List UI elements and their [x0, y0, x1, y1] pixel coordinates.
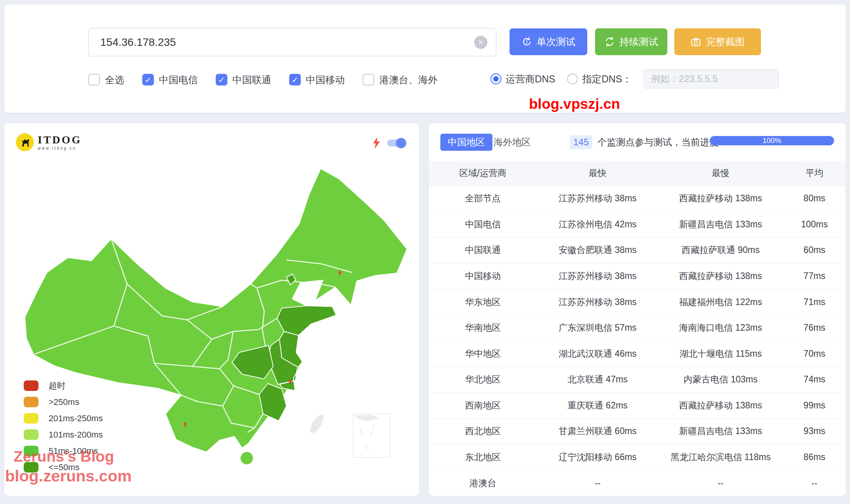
clear-input-icon[interactable]: × — [474, 36, 487, 49]
table-cell: 江苏苏州移动 38ms — [537, 270, 658, 282]
province-shandong — [277, 306, 336, 335]
map-panel: ITDOG www.itdog.cn — [4, 123, 419, 496]
legend-item: >250ms — [24, 397, 103, 407]
table-cell: 西藏拉萨移动 138ms — [658, 270, 783, 282]
legend-swatch-timeout — [24, 380, 38, 391]
table-cell: 70ms — [783, 349, 846, 359]
radio-isp-dns[interactable]: 运营商DNS — [490, 73, 555, 85]
table-cell: 71ms — [783, 297, 846, 307]
table-cell: 福建福州电信 122ms — [658, 296, 783, 308]
table-row[interactable]: 华东地区江苏苏州移动 38ms福建福州电信 122ms71ms — [429, 289, 846, 315]
table-row[interactable]: 中国联通安徽合肥联通 38ms西藏拉萨联通 90ms60ms — [429, 237, 846, 263]
checkbox-icon — [216, 74, 227, 85]
table-cell: 江苏苏州移动 38ms — [537, 296, 658, 308]
table-cell: 新疆昌吉电信 133ms — [658, 218, 783, 230]
progress-bar: 100% — [710, 136, 834, 145]
south-china-sea-inset — [353, 414, 390, 457]
table-cell: 北京联通 47ms — [537, 373, 658, 385]
table-cell: 中国电信 — [429, 218, 537, 230]
table-cell: 辽宁沈阳移动 66ms — [537, 451, 658, 463]
checkbox-label: 全选 — [105, 73, 124, 86]
checkbox-china-telecom[interactable]: 中国电信 — [142, 73, 198, 86]
table-cell: 77ms — [783, 271, 846, 281]
refresh-once-icon: 1 — [522, 37, 532, 47]
isp-checkbox-group: 全选 中国电信 中国联通 中国移动 港澳台、海外 — [88, 70, 438, 89]
checkbox-china-mobile[interactable]: 中国移动 — [289, 73, 345, 86]
checkbox-label: 中国电信 — [159, 73, 198, 86]
table-row[interactable]: 东北地区辽宁沈阳移动 66ms黑龙江哈尔滨电信 118ms86ms — [429, 445, 846, 471]
table-row[interactable]: 中国移动江苏苏州移动 38ms西藏拉萨移动 138ms77ms — [429, 263, 846, 289]
table-header-fastest: 最快 — [537, 167, 658, 179]
table-row[interactable]: 华南地区广东深圳电信 57ms海南海口电信 123ms76ms — [429, 315, 846, 341]
table-header-row: 区域/运营商 最快 最慢 平均 — [429, 161, 846, 186]
vpszj-watermark: blog.vpszj.cn — [529, 96, 620, 112]
table-row[interactable]: 西南地区重庆联通 62ms西藏拉萨移动 138ms99ms — [429, 393, 846, 419]
radio-custom-dns[interactable]: 指定DNS： — [567, 73, 632, 85]
table-cell: 76ms — [783, 323, 846, 333]
continuous-test-button[interactable]: 持续测试 — [595, 28, 667, 55]
realtime-toggle[interactable] — [387, 140, 405, 146]
ip-input-box: × — [88, 28, 496, 56]
table-cell: 安徽合肥联通 38ms — [537, 244, 658, 256]
legend-label: 101ms-200ms — [49, 430, 103, 440]
table-row[interactable]: 华中地区湖北武汉联通 46ms湖北十堰电信 115ms70ms — [429, 341, 846, 367]
table-cell: 海南海口电信 123ms — [658, 322, 783, 334]
legend-item: 超时 — [24, 380, 103, 391]
table-cell: 西藏拉萨联通 90ms — [658, 244, 783, 256]
checkbox-icon — [363, 74, 374, 85]
table-cell: 湖北十堰电信 115ms — [658, 348, 783, 360]
table-row[interactable]: 港澳台------ — [429, 470, 846, 496]
table-header-slowest: 最慢 — [658, 167, 783, 179]
legend-swatch-201-250 — [24, 413, 38, 424]
ip-input[interactable] — [89, 36, 474, 49]
table-cell: 重庆联通 62ms — [537, 399, 658, 412]
zeruns-watermark-line2: blog.zeruns.com — [5, 468, 132, 484]
table-cell: 中国联通 — [429, 244, 537, 256]
legend-label: 超时 — [49, 380, 66, 392]
table-cell: 中国移动 — [429, 270, 537, 282]
logo-subtitle: www.itdog.cn — [38, 146, 82, 150]
table-row[interactable]: 中国电信江苏徐州电信 42ms新疆昌吉电信 133ms100ms — [429, 212, 846, 238]
radio-label: 指定DNS： — [582, 73, 632, 85]
toolbar-card: × 1 单次测试 持续测试 完整截图 全选 — [4, 4, 846, 113]
legend-label: 201ms-250ms — [49, 413, 103, 424]
table-cell: 新疆昌吉电信 133ms — [658, 425, 783, 437]
table-cell: 甘肃兰州联通 60ms — [537, 425, 658, 437]
loop-icon — [604, 37, 615, 47]
lightning-icon — [372, 137, 381, 149]
tab-overseas-region[interactable]: 海外地区 — [494, 134, 531, 151]
table-cell: 86ms — [783, 452, 846, 462]
table-body: 全部节点江苏苏州移动 38ms西藏拉萨移动 138ms80ms中国电信江苏徐州电… — [429, 186, 846, 496]
hainan-shape — [240, 452, 253, 465]
single-test-button[interactable]: 1 单次测试 — [510, 28, 587, 55]
table-row[interactable]: 华北地区北京联通 47ms内蒙古电信 103ms74ms — [429, 367, 846, 393]
checkbox-select-all[interactable]: 全选 — [88, 73, 124, 86]
table-cell: 江苏苏州移动 38ms — [537, 192, 658, 204]
checkbox-icon — [88, 74, 100, 85]
table-cell: 湖北武汉联通 46ms — [537, 348, 658, 360]
legend-item: 101ms-200ms — [24, 429, 103, 440]
checkbox-icon — [289, 74, 301, 85]
table-row[interactable]: 全部节点江苏苏州移动 38ms西藏拉萨移动 138ms80ms — [429, 186, 846, 212]
single-test-label: 单次测试 — [537, 35, 576, 48]
table-cell: 广东深圳电信 57ms — [537, 322, 658, 334]
full-screenshot-button[interactable]: 完整截图 — [674, 28, 761, 55]
tab-china-region[interactable]: 中国地区 — [440, 134, 492, 151]
checkbox-hmt-overseas[interactable]: 港澳台、海外 — [363, 73, 438, 86]
logo-title: ITDOG — [38, 134, 82, 145]
table-cell: 华中地区 — [429, 348, 537, 360]
checkbox-label: 中国移动 — [306, 73, 345, 86]
table-cell: 华北地区 — [429, 373, 537, 385]
table-cell: 93ms — [783, 426, 846, 436]
checkbox-china-unicom[interactable]: 中国联通 — [216, 73, 271, 86]
table-row[interactable]: 西北地区甘肃兰州联通 60ms新疆昌吉电信 133ms93ms — [429, 419, 846, 445]
custom-dns-input[interactable] — [644, 69, 779, 89]
table-cell: -- — [658, 478, 783, 488]
table-cell: 西藏拉萨移动 138ms — [658, 192, 783, 204]
table-header-average: 平均 — [783, 167, 846, 179]
table-cell: 100ms — [783, 219, 846, 230]
table-cell: 东北地区 — [429, 451, 537, 463]
zeruns-watermark-line1: Zeruns's Blog — [14, 449, 114, 464]
itdog-logo[interactable]: ITDOG www.itdog.cn — [16, 133, 82, 151]
continuous-test-label: 持续测试 — [620, 35, 658, 48]
